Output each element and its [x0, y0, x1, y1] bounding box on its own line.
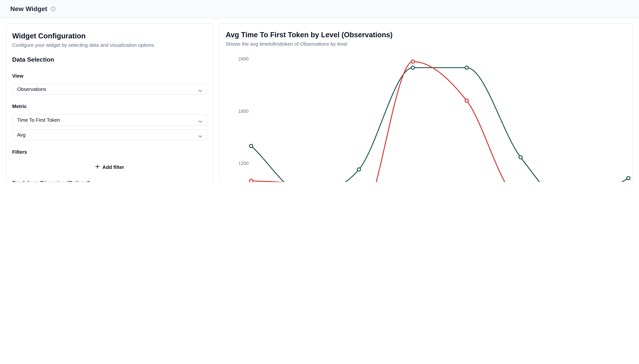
data-point-teal [411, 66, 414, 69]
chevron-down-icon [198, 133, 203, 139]
view-select[interactable]: Observations [12, 84, 207, 95]
section-data-selection: Data Selection [12, 56, 207, 64]
data-point-teal [465, 66, 468, 69]
page-title: New Widget [10, 5, 47, 13]
add-filter-button[interactable]: Add filter [85, 162, 134, 172]
aggregation-select-value: Avg [17, 132, 26, 138]
data-point-teal [357, 168, 361, 171]
data-point-teal [519, 156, 522, 159]
filters-label: Filters [12, 149, 207, 155]
data-point-red [465, 99, 468, 102]
y-tick-label: 2400 [238, 56, 249, 62]
plus-icon [95, 164, 100, 170]
aggregation-select[interactable]: Avg [12, 129, 207, 140]
series-line-teal [251, 68, 628, 182]
metric-select[interactable]: Time To First Token [12, 114, 207, 126]
config-subtitle: Configure your widget by selecting data … [12, 42, 207, 48]
line-chart: 06001200180024005/14/25, 02:00 AM5/15/25… [220, 24, 633, 182]
view-select-value: Observations [17, 86, 46, 92]
data-point-teal [627, 176, 630, 180]
y-tick-label: 1200 [238, 161, 249, 166]
data-point-red [250, 179, 253, 182]
data-point-teal [250, 144, 253, 148]
chevron-down-icon [198, 118, 203, 124]
add-filter-label: Add filter [102, 164, 124, 170]
metric-select-value: Time To First Token [17, 117, 60, 123]
data-point-red [411, 60, 414, 63]
widget-preview-panel: Avg Time To First Token by Level (Observ… [219, 23, 633, 182]
top-bar: New Widget [0, 0, 639, 18]
info-icon[interactable] [51, 6, 56, 12]
page: New Widget Widget Configuration Configur… [0, 0, 639, 182]
y-tick-label: 1800 [238, 108, 249, 114]
chevron-down-icon [198, 88, 203, 94]
config-title: Widget Configuration [12, 24, 207, 41]
view-label: View [12, 73, 207, 79]
widget-configuration-panel: Widget Configuration Configure your widg… [6, 23, 213, 182]
series-line-red [251, 62, 628, 182]
breakdown-label: Breakdown Dimension (Optional) [12, 180, 207, 182]
metric-label: Metric [12, 104, 207, 110]
